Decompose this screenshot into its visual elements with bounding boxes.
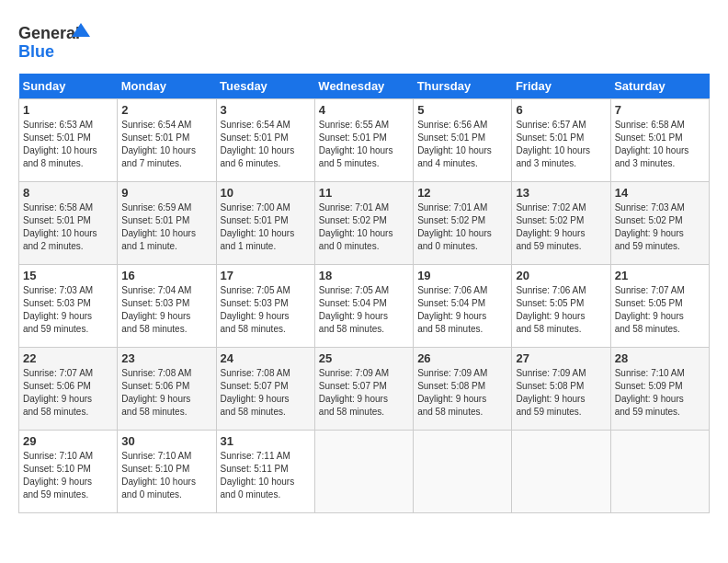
calendar-cell: 11Sunrise: 7:01 AM Sunset: 5:02 PM Dayli… [314,182,413,265]
column-header-tuesday: Tuesday [216,74,314,99]
calendar-cell: 15Sunrise: 7:03 AM Sunset: 5:03 PM Dayli… [19,265,118,348]
day-info: Sunrise: 7:06 AM Sunset: 5:04 PM Dayligh… [417,284,507,336]
day-info: Sunrise: 7:07 AM Sunset: 5:06 PM Dayligh… [23,367,113,419]
day-number: 9 [121,186,211,200]
day-number: 7 [615,103,705,117]
day-info: Sunrise: 7:05 AM Sunset: 5:04 PM Dayligh… [319,284,409,336]
calendar-cell: 22Sunrise: 7:07 AM Sunset: 5:06 PM Dayli… [19,348,118,431]
column-header-sunday: Sunday [19,74,118,99]
day-info: Sunrise: 7:08 AM Sunset: 5:06 PM Dayligh… [121,367,211,419]
calendar-cell [610,431,709,513]
calendar-week-4: 22Sunrise: 7:07 AM Sunset: 5:06 PM Dayli… [19,348,710,431]
calendar-cell: 2Sunrise: 6:54 AM Sunset: 5:01 PM Daylig… [118,99,216,182]
day-info: Sunrise: 7:03 AM Sunset: 5:02 PM Dayligh… [615,201,705,253]
svg-text:Blue: Blue [18,42,54,61]
calendar-cell: 1Sunrise: 6:53 AM Sunset: 5:01 PM Daylig… [19,99,118,182]
day-number: 1 [23,103,113,117]
day-number: 23 [121,351,211,365]
calendar-table: SundayMondayTuesdayWednesdayThursdayFrid… [18,74,710,513]
day-info: Sunrise: 7:01 AM Sunset: 5:02 PM Dayligh… [417,201,507,253]
calendar-cell [512,431,610,513]
day-number: 11 [319,186,409,200]
day-number: 21 [615,269,705,282]
calendar-cell: 29Sunrise: 7:10 AM Sunset: 5:10 PM Dayli… [19,431,118,513]
day-info: Sunrise: 7:10 AM Sunset: 5:10 PM Dayligh… [23,450,113,501]
calendar-cell: 14Sunrise: 7:03 AM Sunset: 5:02 PM Dayli… [610,182,709,265]
day-number: 27 [516,351,606,365]
day-number: 14 [615,186,705,200]
day-number: 22 [23,351,113,365]
calendar-cell: 18Sunrise: 7:05 AM Sunset: 5:04 PM Dayli… [314,265,413,348]
day-number: 2 [121,103,211,117]
day-info: Sunrise: 6:55 AM Sunset: 5:01 PM Dayligh… [319,119,409,170]
calendar-cell: 30Sunrise: 7:10 AM Sunset: 5:10 PM Dayli… [118,431,216,513]
calendar-cell: 4Sunrise: 6:55 AM Sunset: 5:01 PM Daylig… [314,99,413,182]
day-number: 15 [23,269,113,282]
calendar-cell: 17Sunrise: 7:05 AM Sunset: 5:03 PM Dayli… [216,265,314,348]
calendar-cell [414,431,512,513]
day-number: 6 [516,103,606,117]
day-number: 18 [319,269,409,282]
calendar-cell: 21Sunrise: 7:07 AM Sunset: 5:05 PM Dayli… [610,265,709,348]
calendar-cell: 26Sunrise: 7:09 AM Sunset: 5:08 PM Dayli… [414,348,512,431]
calendar-week-5: 29Sunrise: 7:10 AM Sunset: 5:10 PM Dayli… [19,431,710,513]
day-info: Sunrise: 6:54 AM Sunset: 5:01 PM Dayligh… [221,119,311,170]
day-info: Sunrise: 7:06 AM Sunset: 5:05 PM Dayligh… [516,284,606,336]
calendar-cell: 10Sunrise: 7:00 AM Sunset: 5:01 PM Dayli… [216,182,314,265]
day-number: 4 [319,103,409,117]
day-info: Sunrise: 7:07 AM Sunset: 5:05 PM Dayligh… [615,284,705,336]
calendar-cell: 16Sunrise: 7:04 AM Sunset: 5:03 PM Dayli… [118,265,216,348]
day-number: 24 [221,351,311,365]
calendar-cell: 27Sunrise: 7:09 AM Sunset: 5:08 PM Dayli… [512,348,610,431]
day-info: Sunrise: 7:09 AM Sunset: 5:08 PM Dayligh… [516,367,606,419]
day-number: 10 [221,186,311,200]
calendar-cell: 5Sunrise: 6:56 AM Sunset: 5:01 PM Daylig… [414,99,512,182]
calendar-header-row: SundayMondayTuesdayWednesdayThursdayFrid… [19,74,710,99]
logo-svg: GeneralBlue [18,18,92,64]
day-info: Sunrise: 7:01 AM Sunset: 5:02 PM Dayligh… [319,201,409,253]
day-info: Sunrise: 6:53 AM Sunset: 5:01 PM Dayligh… [23,119,113,170]
day-info: Sunrise: 7:08 AM Sunset: 5:07 PM Dayligh… [221,367,311,419]
day-number: 12 [417,186,507,200]
day-info: Sunrise: 7:05 AM Sunset: 5:03 PM Dayligh… [221,284,311,336]
calendar-cell: 3Sunrise: 6:54 AM Sunset: 5:01 PM Daylig… [216,99,314,182]
day-info: Sunrise: 6:57 AM Sunset: 5:01 PM Dayligh… [516,119,606,170]
svg-text:General: General [18,24,80,42]
day-info: Sunrise: 6:58 AM Sunset: 5:01 PM Dayligh… [23,201,113,253]
day-info: Sunrise: 7:09 AM Sunset: 5:07 PM Dayligh… [319,367,409,419]
calendar-week-2: 8Sunrise: 6:58 AM Sunset: 5:01 PM Daylig… [19,182,710,265]
day-info: Sunrise: 7:10 AM Sunset: 5:10 PM Dayligh… [121,450,211,501]
calendar-cell: 23Sunrise: 7:08 AM Sunset: 5:06 PM Dayli… [118,348,216,431]
day-number: 26 [417,351,507,365]
day-number: 19 [417,269,507,282]
day-info: Sunrise: 7:00 AM Sunset: 5:01 PM Dayligh… [221,201,311,253]
calendar-cell: 24Sunrise: 7:08 AM Sunset: 5:07 PM Dayli… [216,348,314,431]
day-number: 29 [23,434,113,448]
day-info: Sunrise: 6:58 AM Sunset: 5:01 PM Dayligh… [615,119,705,170]
day-number: 28 [615,351,705,365]
calendar-cell: 7Sunrise: 6:58 AM Sunset: 5:01 PM Daylig… [610,99,709,182]
day-info: Sunrise: 7:02 AM Sunset: 5:02 PM Dayligh… [516,201,606,253]
calendar-cell: 28Sunrise: 7:10 AM Sunset: 5:09 PM Dayli… [610,348,709,431]
day-number: 25 [319,351,409,365]
day-info: Sunrise: 6:54 AM Sunset: 5:01 PM Dayligh… [121,119,211,170]
calendar-week-3: 15Sunrise: 7:03 AM Sunset: 5:03 PM Dayli… [19,265,710,348]
day-number: 3 [221,103,311,117]
logo: GeneralBlue [18,18,92,64]
column-header-monday: Monday [118,74,216,99]
day-info: Sunrise: 7:10 AM Sunset: 5:09 PM Dayligh… [615,367,705,419]
day-info: Sunrise: 7:09 AM Sunset: 5:08 PM Dayligh… [417,367,507,419]
page-header: GeneralBlue [18,18,710,64]
calendar-cell: 8Sunrise: 6:58 AM Sunset: 5:01 PM Daylig… [19,182,118,265]
day-info: Sunrise: 7:03 AM Sunset: 5:03 PM Dayligh… [23,284,113,336]
day-info: Sunrise: 6:56 AM Sunset: 5:01 PM Dayligh… [417,119,507,170]
day-info: Sunrise: 7:11 AM Sunset: 5:11 PM Dayligh… [221,450,311,501]
column-header-friday: Friday [512,74,610,99]
day-number: 17 [221,269,311,282]
calendar-cell: 13Sunrise: 7:02 AM Sunset: 5:02 PM Dayli… [512,182,610,265]
column-header-wednesday: Wednesday [314,74,413,99]
column-header-saturday: Saturday [610,74,709,99]
calendar-week-1: 1Sunrise: 6:53 AM Sunset: 5:01 PM Daylig… [19,99,710,182]
calendar-cell: 6Sunrise: 6:57 AM Sunset: 5:01 PM Daylig… [512,99,610,182]
calendar-cell: 19Sunrise: 7:06 AM Sunset: 5:04 PM Dayli… [414,265,512,348]
